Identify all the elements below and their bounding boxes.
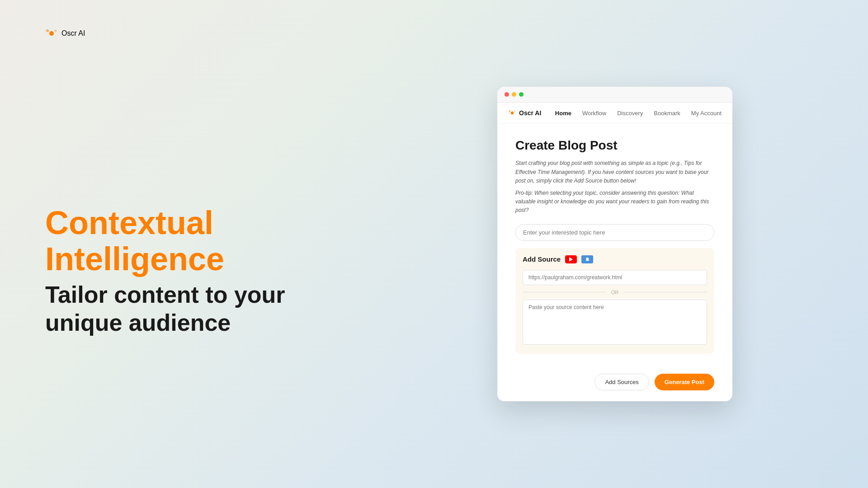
left-panel: Contextual Intelligence Tailor content t… [0, 0, 362, 488]
url-input[interactable] [523, 270, 707, 285]
browser-mockup: Oscr AI Home Workflow Discovery Bookmark… [497, 87, 732, 401]
hero-text: Contextual Intelligence Tailor content t… [45, 205, 316, 337]
hero-subtitle: Tailor content to your unique audience [45, 281, 316, 337]
generate-post-button[interactable]: Generate Post [655, 374, 714, 390]
dot-red[interactable] [505, 92, 509, 97]
right-panel: Oscr AI Home Workflow Discovery Bookmark… [362, 69, 868, 419]
dot-green[interactable] [519, 92, 524, 97]
svg-point-3 [511, 112, 514, 114]
svg-point-4 [509, 111, 510, 113]
app-logo-icon [508, 109, 516, 117]
hero-title-line1: Contextual Intelligence [45, 205, 316, 277]
app-footer: Add Sources Generate Post [497, 374, 732, 401]
topic-input[interactable] [515, 224, 714, 241]
add-sources-button[interactable]: Add Sources [594, 374, 649, 390]
app-content: Create Blog Post Start crafting your blo… [497, 124, 732, 373]
description-text: Start crafting your blog post with somet… [515, 159, 714, 185]
app-nav-links: Home Workflow Discovery Bookmark My Acco… [555, 110, 722, 117]
dot-yellow[interactable] [512, 92, 516, 97]
svg-point-2 [55, 30, 57, 32]
app-logo: Oscr AI [508, 109, 541, 117]
page-title: Create Blog Post [515, 138, 714, 153]
nav-myaccount[interactable]: My Account [691, 110, 722, 117]
pro-tip-text: Pro-tip: When selecting your topic, cons… [515, 189, 714, 215]
add-source-section: Add Source 📄 OR [515, 248, 714, 354]
logo-icon [45, 27, 58, 40]
browser-dots [505, 92, 524, 97]
document-icon[interactable]: 📄 [581, 255, 593, 263]
or-text: OR [611, 290, 619, 295]
or-divider: OR [523, 290, 707, 295]
or-line-right [624, 292, 707, 292]
brand-logo: Oscr AI [45, 27, 85, 40]
nav-workflow[interactable]: Workflow [582, 110, 606, 117]
svg-point-1 [46, 29, 49, 32]
add-source-header: Add Source 📄 [523, 255, 707, 263]
svg-point-5 [514, 111, 515, 112]
nav-bookmark[interactable]: Bookmark [654, 110, 680, 117]
app-navbar: Oscr AI Home Workflow Discovery Bookmark… [497, 103, 732, 124]
add-source-label: Add Source [523, 255, 561, 263]
browser-chrome [497, 87, 732, 103]
paste-content-textarea[interactable] [523, 300, 707, 345]
youtube-icon[interactable] [565, 255, 577, 263]
svg-point-0 [49, 31, 54, 36]
or-line-left [523, 292, 606, 292]
nav-home[interactable]: Home [555, 110, 571, 117]
nav-discovery[interactable]: Discovery [617, 110, 643, 117]
app-logo-text: Oscr AI [519, 109, 541, 117]
brand-name: Oscr AI [61, 29, 85, 38]
